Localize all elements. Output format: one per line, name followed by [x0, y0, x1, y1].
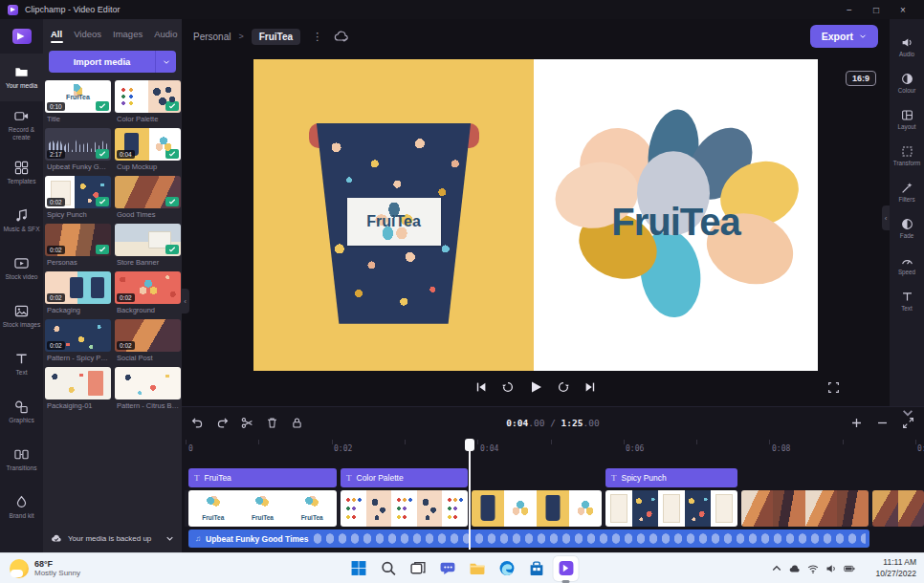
video-clip-peopleclip[interactable] — [741, 490, 869, 527]
video-clip-cupclip[interactable] — [472, 490, 602, 527]
media-item[interactable]: 2:17Upbeat Funky Good Tim... — [45, 128, 111, 173]
taskbar-task-view-icon[interactable] — [406, 556, 430, 581]
timeline-ruler[interactable]: 00:020:040:060:080:1 — [185, 440, 924, 459]
battery-icon[interactable] — [844, 563, 855, 574]
sidebar-item-music-sfx[interactable]: Music & SFX — [0, 197, 43, 245]
import-media-button[interactable]: Import media — [49, 51, 155, 73]
zoom-fit-icon[interactable] — [902, 417, 914, 429]
fast-forward-icon[interactable] — [557, 380, 570, 394]
video-clip-palette[interactable] — [341, 490, 468, 527]
media-item[interactable]: Color Palette — [115, 80, 181, 125]
volume-icon[interactable] — [825, 563, 837, 574]
tool-rail-collapse-handle[interactable]: ‹ — [882, 205, 890, 230]
aspect-ratio-badge[interactable]: 16:9 — [846, 71, 876, 86]
video-clip-logo[interactable]: FruiTeaFruiTeaFruiTea — [188, 490, 337, 527]
sidebar-item-record-create[interactable]: Record & create — [0, 101, 43, 149]
export-button[interactable]: Export — [810, 25, 878, 48]
media-item[interactable]: 0:02Packaging — [45, 271, 111, 316]
taskbar-edge-icon[interactable] — [495, 556, 519, 581]
onedrive-icon[interactable] — [789, 563, 801, 574]
fullscreen-icon[interactable] — [827, 381, 840, 394]
maximize-button[interactable]: □ — [863, 5, 890, 15]
text-clip-color-palette[interactable]: TColor Palette — [341, 468, 468, 487]
sidebar-item-transitions[interactable]: Transitions — [0, 436, 43, 484]
zoom-in-icon[interactable] — [850, 417, 863, 429]
media-thumbnail-people-social[interactable]: 0:02 — [115, 319, 181, 352]
taskbar-search-icon[interactable] — [376, 556, 401, 581]
video-clip-spicyclip[interactable] — [605, 490, 737, 527]
close-button[interactable]: × — [890, 5, 916, 15]
preview-canvas[interactable]: FruiTea FruiTea — [253, 59, 818, 371]
media-tab-audio[interactable]: Audio — [154, 29, 177, 43]
tool-audio[interactable]: Audio — [890, 29, 924, 65]
media-item[interactable]: 0:02Background — [115, 271, 181, 316]
media-thumbnail-spicy[interactable]: 0:02 — [45, 176, 111, 208]
audio-clip[interactable]: ♫Upbeat Funky Good Times — [188, 529, 869, 548]
taskbar-windows-start-icon[interactable] — [346, 556, 371, 581]
sidebar-item-text[interactable]: Text — [0, 340, 43, 388]
media-item[interactable]: 0:02Social Post — [115, 319, 181, 364]
skip-end-icon[interactable] — [583, 380, 597, 394]
tool-text[interactable]: Text — [890, 283, 924, 319]
media-tab-all[interactable]: All — [51, 29, 62, 43]
media-thumbnail-packaging[interactable]: 0:02 — [45, 271, 111, 304]
taskbar-clock[interactable]: 11:11 AM 10/27/2022 — [875, 557, 916, 579]
media-thumbnail-waveform[interactable]: 2:17 — [45, 128, 111, 161]
taskbar-store-icon[interactable] — [524, 556, 549, 581]
media-thumbnail-pattern-light[interactable] — [115, 367, 181, 399]
media-thumbnail-background[interactable]: 0:02 — [115, 271, 181, 304]
sidebar-item-templates[interactable]: Templates — [0, 149, 43, 197]
media-panel-collapse-handle[interactable]: ‹ — [181, 289, 189, 313]
media-item[interactable]: Store Banner — [115, 224, 181, 269]
media-item[interactable]: Pattern - Citrus Blast — [115, 367, 181, 412]
media-tab-images[interactable]: Images — [113, 29, 143, 43]
tool-colour[interactable]: Colour — [890, 65, 924, 101]
breadcrumb-personal[interactable]: Personal — [193, 32, 231, 42]
media-thumbnail-people-group[interactable]: 0:02 — [45, 224, 111, 256]
media-thumbnail-packaging01[interactable] — [45, 367, 111, 399]
chevron-down-icon[interactable] — [165, 534, 174, 543]
tool-fade[interactable]: Fade — [890, 210, 924, 247]
cloud-sync-icon[interactable] — [334, 30, 349, 43]
tool-transform[interactable]: Transform — [890, 138, 924, 174]
rewind-icon[interactable] — [501, 380, 515, 394]
taskbar-file-explorer-icon[interactable] — [465, 556, 490, 581]
playhead[interactable] — [469, 440, 471, 550]
text-clip-fruitea[interactable]: TFruiTea — [188, 468, 337, 487]
minimize-button[interactable]: − — [836, 5, 863, 15]
media-item[interactable]: 0:02Pattern - Spicy Punch — [45, 319, 111, 364]
tool-speed[interactable]: Speed — [890, 247, 924, 283]
taskbar-clipchamp-icon[interactable] — [554, 556, 579, 581]
media-item[interactable]: 0:04Cup Mockup — [115, 128, 181, 173]
weather-widget[interactable]: 68°F Mostly Sunny — [0, 559, 80, 578]
sidebar-item-your-media[interactable]: Your media — [0, 54, 43, 101]
zoom-out-icon[interactable] — [876, 417, 889, 429]
video-clip-socialclip[interactable] — [872, 490, 924, 527]
tool-layout[interactable]: Layout — [890, 101, 924, 138]
media-thumbnail-palette[interactable] — [115, 80, 181, 113]
taskbar-chat-icon[interactable] — [435, 556, 460, 581]
media-item[interactable]: 0:02Spicy Punch — [45, 176, 111, 221]
project-menu-kebab-icon[interactable]: ⋮ — [308, 31, 326, 43]
import-media-caret-button[interactable] — [155, 51, 176, 73]
media-item[interactable]: 0:02Personas — [45, 224, 111, 269]
sidebar-item-brand-kit[interactable]: Brand kit — [0, 484, 43, 531]
media-backup-status[interactable]: Your media is backed up — [43, 528, 182, 549]
text-clip-spicy-punch[interactable]: TSpicy Punch — [605, 468, 737, 487]
sidebar-item-stock-video[interactable]: Stock video — [0, 245, 43, 292]
tool-filters[interactable]: Filters — [890, 174, 924, 210]
media-thumbnail-store[interactable] — [115, 224, 181, 256]
media-thumbnail-title[interactable]: FruiTea0:10 — [45, 80, 111, 113]
media-item[interactable]: Good Times — [115, 176, 181, 221]
skip-start-icon[interactable] — [474, 380, 488, 394]
breadcrumb-project-name[interactable]: FruiTea — [252, 29, 300, 45]
sidebar-item-stock-images[interactable]: Stock images — [0, 292, 43, 340]
chevron-up-icon[interactable] — [771, 563, 782, 574]
media-thumbnail-people-warm[interactable] — [115, 176, 181, 208]
media-item[interactable]: Packaiging-01 — [45, 367, 111, 412]
sidebar-item-graphics[interactable]: Graphics — [0, 388, 43, 436]
media-tab-videos[interactable]: Videos — [74, 29, 101, 43]
wifi-icon[interactable] — [807, 563, 819, 574]
media-thumbnail-cup[interactable]: 0:04 — [115, 128, 181, 161]
play-button-icon[interactable] — [528, 379, 543, 395]
